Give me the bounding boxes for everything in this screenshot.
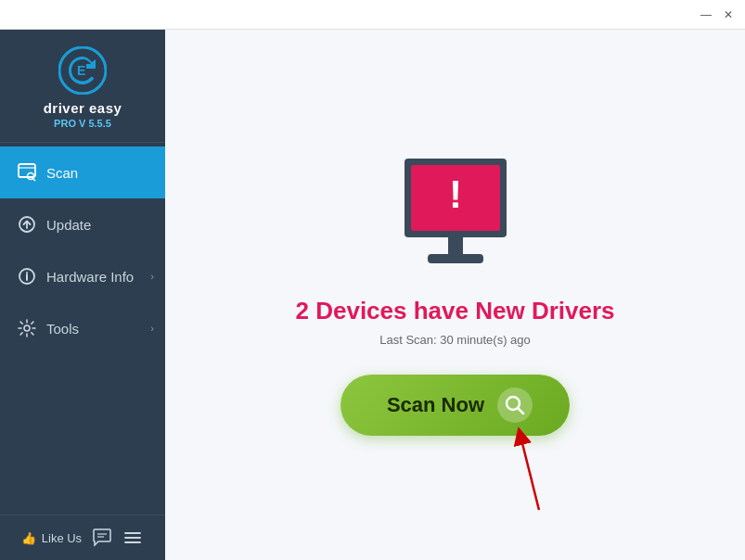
svg-text:!: !: [449, 172, 462, 216]
svg-line-5: [33, 179, 36, 182]
like-us-button[interactable]: 👍 Like Us: [21, 531, 82, 545]
svg-rect-20: [448, 237, 463, 254]
update-nav-label: Update: [46, 217, 91, 233]
thumbs-up-icon: 👍: [21, 531, 36, 545]
monitor-illustration: !: [386, 154, 525, 278]
close-button[interactable]: ✕: [719, 6, 738, 24]
svg-point-10: [26, 272, 28, 274]
scan-search-icon: [497, 388, 533, 423]
svg-line-25: [520, 436, 539, 510]
app-name: driver easy: [44, 100, 122, 116]
hardware-info-nav-icon: [17, 266, 37, 286]
app-body: E driver easy PRO V 5.5.5 Scan: [0, 30, 745, 560]
svg-point-4: [28, 173, 34, 180]
update-nav-icon: [17, 214, 37, 235]
svg-line-23: [519, 409, 524, 414]
sidebar-item-hardware-info[interactable]: Hardware Info ›: [0, 250, 165, 302]
scan-now-label: Scan Now: [387, 393, 484, 417]
sidebar-item-tools[interactable]: Tools ›: [0, 302, 165, 354]
list-icon[interactable]: [122, 527, 144, 549]
sidebar-logo: E driver easy PRO V 5.5.5: [0, 30, 165, 143]
hardware-info-nav-label: Hardware Info: [46, 269, 134, 285]
last-scan-text: Last Scan: 30 minute(s) ago: [379, 333, 531, 347]
like-us-label: Like Us: [42, 531, 82, 545]
main-content: ! 2 Devices have New Drivers Last Scan: …: [165, 30, 745, 560]
sidebar-item-update[interactable]: Update: [0, 198, 165, 250]
scan-nav-icon: [17, 162, 37, 183]
svg-text:E: E: [77, 63, 85, 78]
chat-icon[interactable]: [91, 527, 113, 549]
hardware-info-chevron-icon: ›: [150, 271, 154, 282]
app-logo-icon: E: [58, 46, 107, 95]
status-title: 2 Devices have New Drivers: [296, 297, 615, 325]
tools-chevron-icon: ›: [150, 323, 154, 334]
sidebar-nav: Scan Update: [0, 143, 165, 515]
minimize-button[interactable]: —: [697, 6, 715, 24]
svg-point-11: [24, 325, 30, 331]
sidebar-item-scan[interactable]: Scan: [0, 146, 165, 198]
title-bar: — ✕: [0, 0, 745, 30]
tools-nav-icon: [17, 318, 37, 338]
sidebar-footer: 👍 Like Us: [0, 515, 165, 560]
scan-nav-label: Scan: [46, 165, 78, 181]
arrow-annotation: [511, 426, 567, 523]
tools-nav-label: Tools: [46, 321, 79, 337]
sidebar: E driver easy PRO V 5.5.5 Scan: [0, 30, 165, 560]
app-version: PRO V 5.5.5: [54, 118, 111, 129]
monitor-svg: !: [386, 154, 525, 274]
svg-rect-21: [428, 254, 483, 263]
